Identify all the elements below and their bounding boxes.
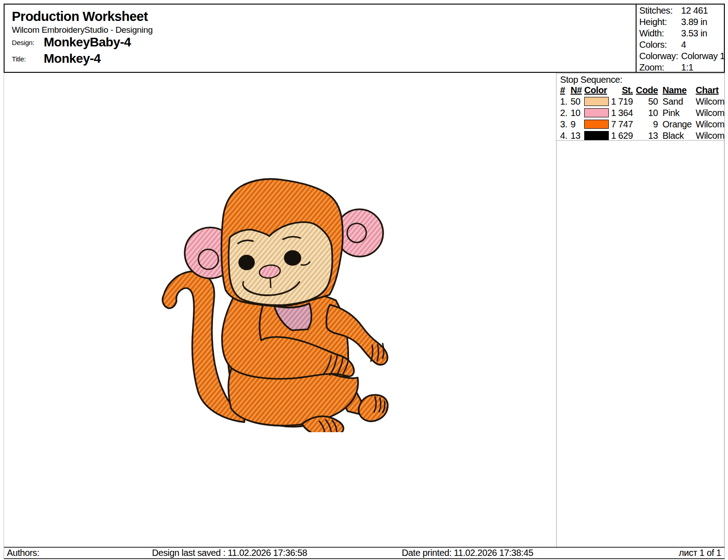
- monkey-eye-left: [239, 255, 254, 270]
- stat-colorway: Colorway:Colorway 1: [639, 50, 724, 62]
- stat-stitches: Stitches:12 461: [639, 5, 724, 16]
- stop-sequence-row: 1. 50 1 719 50 Sand Wilcom: [556, 96, 724, 107]
- stop-sequence-header-row: # N# Color St. Code Name Chart: [556, 85, 724, 96]
- page-title: Production Worksheet: [12, 9, 148, 24]
- authors-label: Authors:: [7, 548, 39, 558]
- stat-value: Colorway 1: [681, 51, 725, 61]
- production-worksheet-page: { "header": { "title": "Production Works…: [0, 0, 728, 560]
- design-last-saved: Design last saved : 11.02.2026 17:36:58: [152, 548, 307, 558]
- stop-sequence-title: Stop Sequence:: [560, 75, 622, 85]
- stop-sequence-row: 3. 9 7 747 9 Orange Wilcom: [556, 119, 724, 130]
- stop-sequence-row: 2. 10 1 364 10 Pink Wilcom: [556, 107, 724, 119]
- title-label: Title:: [12, 55, 26, 63]
- stat-value: 4: [681, 40, 686, 50]
- header-divider: [636, 4, 637, 73]
- monkey-foot-right: [359, 395, 388, 421]
- stop-sequence-row: 4. 13 1 629 13 Black Wilcom: [556, 130, 724, 141]
- design-title: Monkey-4: [44, 51, 101, 66]
- stat-value: 1:1: [681, 62, 693, 72]
- monkey-eye-right: [284, 251, 301, 265]
- stat-zoom: Zoom:1:1: [639, 62, 724, 73]
- design-canvas: [4, 73, 556, 547]
- monkey-philtrum: [270, 278, 271, 288]
- stat-value: 12 461: [681, 5, 708, 15]
- design-stats: Stitches:12 461 Height:3.89 in Width:3.5…: [639, 5, 724, 73]
- date-printed: Date printed: 11.02.2026 17:38:45: [402, 548, 533, 558]
- stat-height: Height:3.89 in: [639, 16, 724, 28]
- app-subtitle: Wilcom EmbroideryStudio - Designing: [12, 25, 152, 35]
- embroidery-design-monkey: [155, 173, 396, 432]
- stat-width: Width:3.53 in: [639, 28, 724, 39]
- col-number: #: [560, 85, 570, 96]
- design-label: Design:: [12, 39, 34, 46]
- stop-sequence-panel: Stop Sequence: # N# Color St. Code Name …: [556, 73, 725, 141]
- header-box: Production Worksheet Wilcom EmbroiderySt…: [4, 4, 725, 73]
- stat-value: 3.89 in: [681, 17, 707, 27]
- page-right-border: [724, 73, 725, 547]
- stat-value: 3.53 in: [681, 28, 707, 38]
- col-chart: Chart: [696, 85, 724, 96]
- canvas-panel-divider: [556, 73, 557, 547]
- design-name: MonkeyBaby-4: [44, 35, 131, 50]
- col-code: Code: [635, 85, 658, 96]
- col-stitches: St.: [604, 85, 633, 96]
- col-name: Name: [662, 85, 694, 96]
- col-needle: N#: [571, 85, 583, 96]
- stat-colors: Colors:4: [639, 39, 724, 50]
- sheet-counter: лист 1 of 1: [679, 548, 721, 558]
- footer-bar: Authors: Design last saved : 11.02.2026 …: [4, 547, 725, 559]
